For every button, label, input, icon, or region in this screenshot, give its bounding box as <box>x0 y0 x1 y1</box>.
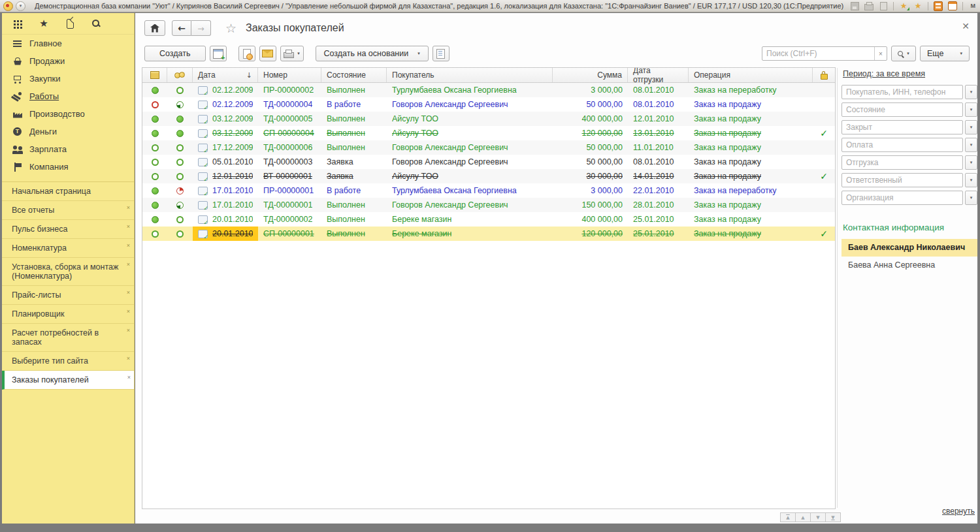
table-row[interactable]: 17.12.2009ТД-00000006ВыполненГоворов Але… <box>142 140 835 155</box>
sidebar-window-tab[interactable]: Расчет потребностей в запасах× <box>2 324 134 352</box>
forward-button[interactable]: → <box>191 20 211 36</box>
go-last-button[interactable]: ▼ <box>825 512 841 522</box>
sidebar-item-production[interactable]: Производство <box>2 105 134 123</box>
table-row[interactable]: 05.01.2010ТД-00000003ЗаявкаГоворов Алекс… <box>142 155 835 169</box>
column-date[interactable]: Дата↓ <box>193 68 258 82</box>
sidebar-window-tab[interactable]: Установка, сборка и монтаж (Номенклатура… <box>2 258 134 286</box>
sidebar-window-tab[interactable]: Все отчеты× <box>2 201 134 220</box>
filter-input-3[interactable] <box>841 138 963 152</box>
sidebar-window-tab[interactable]: Заказы покупателей× <box>2 371 135 390</box>
column-number[interactable]: Номер <box>258 68 321 82</box>
system-menu-button[interactable]: ▾ <box>16 1 25 11</box>
sections-panel-icon[interactable] <box>12 18 23 29</box>
history-panel-icon[interactable] <box>65 18 75 29</box>
filter-input-6[interactable] <box>841 191 963 205</box>
close-form-icon[interactable]: ✕ <box>962 22 970 30</box>
close-tab-icon[interactable]: × <box>127 260 130 269</box>
favorites-icon[interactable]: ★ <box>912 1 924 11</box>
sidebar-item-salary[interactable]: Зарплата <box>2 140 134 158</box>
sidebar-window-tab[interactable]: Номенклатура× <box>2 239 134 258</box>
home-button[interactable] <box>144 20 165 36</box>
filter-input-0[interactable] <box>841 85 963 99</box>
chevron-down-icon[interactable]: ▾ <box>965 102 977 117</box>
table-row[interactable]: 02.12.2009ТД-00000004В работеГоворов Але… <box>142 97 835 112</box>
table-row[interactable]: 03.12.2009ТД-00000005ВыполненАйсулу ТОО4… <box>142 112 835 126</box>
close-tab-icon[interactable]: × <box>127 373 131 382</box>
chevron-down-icon[interactable]: ▾ <box>965 191 977 205</box>
sidebar-item-money[interactable]: Деньги <box>2 123 134 140</box>
preview-icon[interactable] <box>877 1 889 11</box>
search-input[interactable] <box>762 49 874 58</box>
close-tab-icon[interactable]: × <box>127 288 130 297</box>
print-button[interactable]: ▾ <box>280 46 304 61</box>
send-email-button[interactable] <box>259 46 276 61</box>
search-button[interactable]: ▾ <box>891 46 916 61</box>
chevron-down-icon[interactable]: ▾ <box>965 85 977 99</box>
back-button[interactable]: ← <box>172 20 191 36</box>
go-next-button[interactable]: ▼ <box>810 512 826 522</box>
close-tab-icon[interactable]: × <box>127 354 130 363</box>
sidebar-window-tab[interactable]: Планировщик× <box>2 305 134 324</box>
chevron-down-icon[interactable]: ▾ <box>965 120 977 134</box>
collapse-link[interactable]: свернуть <box>942 507 975 516</box>
table-row[interactable]: 12.01.2010ВТ-00000001ЗаявкаАйсулу ТОО30 … <box>142 169 835 183</box>
close-tab-icon[interactable]: × <box>127 307 130 316</box>
set-deadline-button[interactable] <box>238 46 255 61</box>
print-icon[interactable] <box>863 1 875 11</box>
date-value: 12.01.2010 <box>212 172 253 181</box>
calendar-icon[interactable] <box>947 1 958 11</box>
sidebar-window-tab[interactable]: Пульс бизнеса× <box>2 220 134 239</box>
close-tab-icon[interactable]: × <box>127 222 130 231</box>
search-panel-icon[interactable] <box>91 18 101 29</box>
save-icon[interactable] <box>849 1 860 11</box>
sidebar-item-works[interactable]: Работы <box>2 87 134 105</box>
filter-input-5[interactable] <box>841 173 963 187</box>
column-customer[interactable]: Покупатель <box>387 68 553 82</box>
sidebar-window-tab[interactable]: Начальная страница <box>2 182 134 201</box>
table-row[interactable]: 17.01.2010ПР-00000001В работеТурлумбаева… <box>142 183 835 198</box>
contact-item[interactable]: Баева Анна Сергеевна <box>841 257 977 274</box>
clear-search-icon[interactable]: × <box>874 47 887 60</box>
memory-recall-button[interactable]: M <box>967 1 979 11</box>
column-sum[interactable]: Сумма <box>553 68 628 82</box>
report-button[interactable] <box>433 46 449 61</box>
filter-input-4[interactable] <box>841 155 963 170</box>
column-closed[interactable] <box>813 68 835 82</box>
column-operation[interactable]: Операция <box>689 68 813 82</box>
column-state[interactable]: Состояние <box>321 68 387 82</box>
close-tab-icon[interactable]: × <box>127 326 130 335</box>
filter-input-1[interactable] <box>841 102 963 117</box>
favorite-star-icon[interactable]: ☆ <box>225 21 237 35</box>
create-by-template-button[interactable] <box>210 46 227 61</box>
sidebar-item-sales[interactable]: Продажи <box>2 52 134 70</box>
sidebar-window-tab[interactable]: Выберите тип сайта× <box>2 352 134 371</box>
table-row[interactable]: 20.01.2010ТД-00000002ВыполненБереке мага… <box>142 212 835 227</box>
column-shipment-status[interactable] <box>142 68 167 82</box>
go-first-button[interactable]: ▲ <box>780 512 796 522</box>
add-favorite-icon[interactable]: ★ <box>898 1 909 11</box>
sidebar-item-company[interactable]: Компания <box>2 158 134 176</box>
chevron-down-icon[interactable]: ▾ <box>965 155 977 170</box>
table-row[interactable]: 03.12.2009СП-00000004ВыполненАйсулу ТОО1… <box>142 126 835 140</box>
create-based-on-button[interactable]: Создать на основании▾ <box>316 46 429 61</box>
column-ship-date[interactable]: Дата отгрузки <box>628 68 689 82</box>
go-prev-button[interactable]: ▲ <box>795 512 811 522</box>
sidebar-window-tab[interactable]: Прайс-листы× <box>2 286 134 305</box>
close-tab-icon[interactable]: × <box>127 203 130 212</box>
more-button[interactable]: Еще▾ <box>920 46 970 61</box>
table-row[interactable]: 02.12.2009ПР-00000002ВыполненТурлумбаева… <box>142 83 835 97</box>
filter-input-2[interactable] <box>841 120 963 134</box>
column-payment-status[interactable] <box>167 68 193 82</box>
sidebar-item-main[interactable]: Главное <box>2 35 134 52</box>
chevron-down-icon[interactable]: ▾ <box>965 173 977 187</box>
chevron-down-icon[interactable]: ▾ <box>965 138 977 152</box>
create-button[interactable]: Создать <box>144 46 206 61</box>
table-row[interactable]: 20.01.2010СП-00000001ВыполненБереке мага… <box>142 227 835 241</box>
favorites-panel-icon[interactable]: ★ <box>39 18 49 29</box>
sidebar-item-purchases[interactable]: Закупки <box>2 70 134 87</box>
close-tab-icon[interactable]: × <box>127 241 130 250</box>
calculator-icon[interactable] <box>932 1 944 11</box>
table-row[interactable]: 17.01.2010ТД-00000001ВыполненГоворов Але… <box>142 198 835 212</box>
period-link[interactable]: Период: за все время <box>843 69 925 78</box>
contact-item[interactable]: Баев Александр Николаевич <box>841 239 977 257</box>
